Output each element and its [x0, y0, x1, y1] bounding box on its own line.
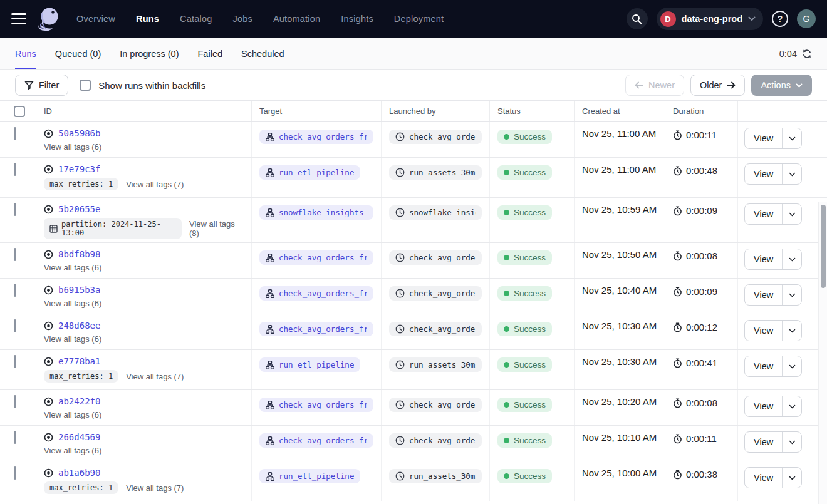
view-all-tags-link[interactable]: View all tags (7)	[126, 180, 184, 189]
show-backfills-checkbox[interactable]	[80, 80, 91, 91]
help-button[interactable]: ?	[772, 11, 788, 27]
nav-item-runs[interactable]: Runs	[136, 14, 159, 24]
user-avatar[interactable]: G	[797, 9, 816, 28]
status-badge[interactable]: Success	[497, 433, 552, 448]
dagster-logo[interactable]	[36, 5, 61, 33]
row-checkbox[interactable]	[14, 284, 16, 297]
hamburger-menu-icon[interactable]	[11, 13, 26, 24]
view-all-tags-link[interactable]: View all tags (6)	[44, 446, 101, 455]
view-button[interactable]: View	[745, 249, 783, 269]
tab-queued[interactable]: Queued (0)	[55, 38, 101, 69]
view-button[interactable]: View	[745, 468, 783, 488]
view-dropdown-button[interactable]	[783, 396, 801, 416]
view-dropdown-button[interactable]	[783, 321, 801, 341]
view-button[interactable]: View	[745, 164, 783, 184]
target-pill[interactable]: check_avg_orders_freshne	[259, 433, 373, 448]
scrollbar-thumb[interactable]	[821, 205, 826, 288]
launched-by-pill[interactable]: run_assets_30min	[389, 165, 482, 180]
row-checkbox[interactable]	[14, 127, 16, 140]
nav-item-deployment[interactable]: Deployment	[394, 14, 444, 24]
status-badge[interactable]: Success	[497, 322, 552, 336]
view-dropdown-button[interactable]	[783, 204, 801, 224]
older-button[interactable]: Older	[690, 75, 745, 96]
status-badge[interactable]: Success	[497, 469, 552, 483]
status-badge[interactable]: Success	[497, 286, 552, 301]
launched-by-pill[interactable]: check_avg_orders_f…	[389, 433, 482, 448]
tab-runs[interactable]: Runs	[15, 38, 36, 69]
view-dropdown-button[interactable]	[783, 128, 801, 148]
filter-button[interactable]: Filter	[15, 75, 68, 96]
nav-item-catalog[interactable]: Catalog	[180, 14, 212, 24]
row-checkbox[interactable]	[14, 319, 16, 332]
view-button[interactable]: View	[745, 285, 783, 305]
view-dropdown-button[interactable]	[783, 432, 801, 452]
status-badge[interactable]: Success	[497, 130, 552, 144]
nav-item-jobs[interactable]: Jobs	[232, 14, 252, 24]
nav-item-insights[interactable]: Insights	[341, 14, 373, 24]
view-button[interactable]: View	[745, 396, 783, 416]
view-button[interactable]: View	[745, 128, 783, 148]
run-id-link[interactable]: b6915b3a	[58, 285, 100, 295]
view-all-tags-link[interactable]: View all tags (6)	[44, 410, 101, 419]
row-checkbox[interactable]	[14, 163, 16, 176]
view-all-tags-link[interactable]: View all tags (6)	[44, 299, 101, 308]
run-id-link[interactable]: ab1a6b90	[58, 468, 100, 478]
run-id-link[interactable]: 17e79c3f	[58, 164, 100, 174]
target-pill[interactable]: run_etl_pipeline	[259, 165, 360, 180]
launched-by-pill[interactable]: run_assets_30min	[389, 357, 482, 372]
row-checkbox[interactable]	[14, 431, 16, 444]
run-id-link[interactable]: 5b20655e	[58, 204, 100, 214]
view-dropdown-button[interactable]	[783, 249, 801, 269]
row-checkbox[interactable]	[14, 355, 16, 368]
run-id-link[interactable]: 266d4569	[58, 432, 100, 442]
newer-button[interactable]: Newer	[625, 75, 684, 96]
view-button[interactable]: View	[745, 356, 783, 376]
row-checkbox[interactable]	[14, 248, 16, 261]
view-button[interactable]: View	[745, 204, 783, 224]
launched-by-pill[interactable]: check_avg_orders_f…	[389, 130, 482, 144]
view-dropdown-button[interactable]	[783, 468, 801, 488]
view-all-tags-link[interactable]: View all tags (6)	[44, 263, 101, 272]
launched-by-pill[interactable]: check_avg_orders_f…	[389, 398, 482, 412]
view-dropdown-button[interactable]	[783, 356, 801, 376]
target-pill[interactable]: check_avg_orders_freshne	[259, 250, 373, 265]
run-id-link[interactable]: 50a5986b	[58, 128, 100, 138]
status-badge[interactable]: Success	[497, 398, 552, 412]
target-pill[interactable]: check_avg_orders_freshne	[259, 286, 373, 301]
status-badge[interactable]: Success	[497, 205, 552, 220]
view-button[interactable]: View	[745, 432, 783, 452]
view-all-tags-link[interactable]: View all tags (6)	[44, 142, 101, 152]
target-pill[interactable]: check_avg_orders_freshne	[259, 322, 373, 336]
status-badge[interactable]: Success	[497, 165, 552, 180]
view-all-tags-link[interactable]: View all tags (7)	[126, 372, 184, 381]
status-badge[interactable]: Success	[497, 357, 552, 372]
launched-by-pill[interactable]: snowflake_insights_…	[389, 205, 482, 220]
deployment-switcher[interactable]: D data-eng-prod	[657, 8, 763, 30]
launched-by-pill[interactable]: check_avg_orders_f…	[389, 250, 482, 265]
refresh-icon[interactable]	[802, 49, 812, 59]
view-all-tags-link[interactable]: View all tags (6)	[44, 334, 101, 344]
nav-item-overview[interactable]: Overview	[76, 14, 115, 24]
target-pill[interactable]: check_avg_orders_freshne	[259, 398, 373, 412]
search-button[interactable]	[627, 8, 648, 29]
actions-button[interactable]: Actions	[751, 75, 812, 96]
run-id-link[interactable]: 248d68ee	[58, 321, 100, 331]
run-tag-pill[interactable]: max_retries: 1	[44, 481, 118, 494]
target-pill[interactable]: run_etl_pipeline	[259, 357, 360, 372]
run-id-link[interactable]: ab2422f0	[58, 396, 100, 406]
vertical-scrollbar[interactable]	[818, 202, 827, 504]
launched-by-pill[interactable]: check_avg_orders_f…	[389, 286, 482, 301]
tab-failed[interactable]: Failed	[198, 38, 223, 69]
run-tag-pill[interactable]: max_retries: 1	[44, 178, 118, 190]
view-all-tags-link[interactable]: View all tags (7)	[126, 483, 184, 493]
run-tag-pill[interactable]: max_retries: 1	[44, 370, 118, 383]
target-pill[interactable]: check_avg_orders_freshne	[259, 130, 373, 144]
run-tag-pill[interactable]: partition: 2024-11-25-13:00	[44, 218, 182, 239]
target-pill[interactable]: run_etl_pipeline	[259, 469, 360, 483]
row-checkbox[interactable]	[14, 395, 16, 408]
tab-in-progress[interactable]: In progress (0)	[120, 38, 179, 69]
nav-item-automation[interactable]: Automation	[273, 14, 320, 24]
view-all-tags-link[interactable]: View all tags (8)	[189, 219, 244, 238]
view-button[interactable]: View	[745, 321, 783, 341]
view-dropdown-button[interactable]	[783, 164, 801, 184]
